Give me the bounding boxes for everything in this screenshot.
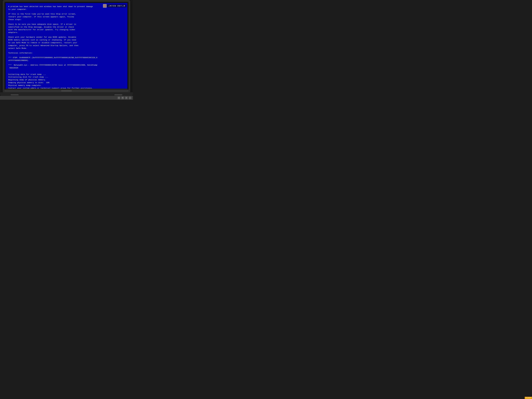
bsod-line-12: to use Safe Mode to remove or disable co… (8, 42, 125, 44)
bsod-line-14: select Safe Mode. (8, 47, 125, 50)
bsod-line-24: Dumping physical memory to disk: 100 (8, 81, 125, 84)
screen-bezel: 🚫 上网不泄密 泄密不上网 A problem has been detecte… (5, 2, 128, 90)
laptop-outer: 🚫 上网不泄密 泄密不上网 A problem has been detecte… (3, 0, 130, 92)
bsod-line-25: Physical memory dump complete. (8, 84, 125, 87)
bsod-line-16: *** STOP: 0x0000007E (0xFFFFFFFFC0000005… (8, 56, 125, 59)
bsod-line-19: 58d183e6 (8, 67, 125, 70)
bsod-line-6: Check to be sure you have adequate disk … (8, 23, 125, 26)
bsod-line-10: Check with your hardware vendor for any … (8, 36, 125, 39)
floor-area: ⊙ ✦ ♦ ⌂ (0, 96, 133, 100)
bsod-line-9: adapters. (8, 31, 125, 34)
bsod-line-21: Collecting data for crash dump ... (8, 73, 125, 76)
bsod-line-22: Initializing disk for crash dump ... (8, 76, 125, 79)
laptop-base (5, 90, 128, 92)
screen-bottom-bar (6, 89, 127, 90)
bsod-line-3: If this is the first time you've seen th… (8, 13, 125, 16)
bsod-line-2: to your computer. (8, 8, 125, 11)
floor-icon-2: ✦ (121, 96, 124, 99)
bsod-line-18: *** Netwsw04.sys - Address FFFFF8800813D… (8, 64, 125, 67)
banner-text: 上网不泄密 泄密不上网 (107, 5, 126, 7)
bsod-line-11: BIOS memory options such as caching or s… (8, 39, 125, 42)
floor-icon-1: ⊙ (118, 96, 120, 99)
floor-icon-4: ⌂ (129, 96, 131, 99)
bsod-line-17: xFFFFF8800539BD90) (8, 59, 125, 62)
floor-icon-3: ♦ (125, 96, 128, 99)
bsod-line-23: Beginning dump of physical memory. (8, 79, 125, 81)
top-banner: 🚫 上网不泄密 泄密不上网 (103, 4, 126, 8)
bsod-line-13: computer, press F8 to select Advanced St… (8, 44, 125, 47)
hinge (61, 91, 72, 91)
bsod-line-5: these steps: (8, 18, 125, 21)
bsod-line-15: Technical information: (8, 52, 125, 55)
bsod-line-7: identified in the Stop message, disable … (8, 26, 125, 29)
bsod-line-4: restart your computer. If this screen ap… (8, 16, 125, 18)
laptop-foot-left (11, 94, 19, 95)
bsod-line-26: Contact your system admin or technical s… (8, 87, 125, 89)
laptop-foot-right (114, 94, 122, 95)
bsod-line-8: with the manufacturer for driver updates… (8, 28, 125, 31)
no-sign-icon: 🚫 (103, 4, 107, 8)
bsod-screen: 🚫 上网不泄密 泄密不上网 A problem has been detecte… (6, 3, 127, 89)
bsod-content: A problem has been detected and windows … (6, 3, 127, 89)
laptop-bottom (0, 92, 133, 96)
